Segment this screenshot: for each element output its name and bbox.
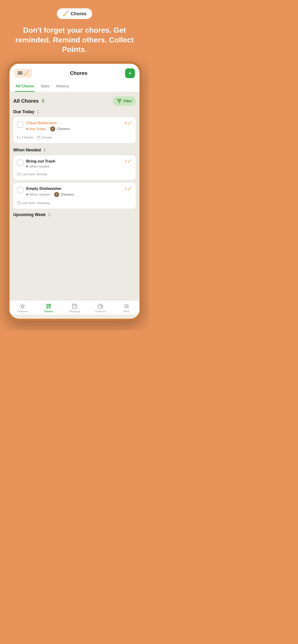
assignee-avatar-clemens-2: C — [54, 192, 59, 197]
due-dot — [26, 128, 28, 130]
chore-meta-dishwasher: When needed | C Clemens — [26, 192, 122, 197]
chore-checkbox-dishwasher[interactable] — [17, 187, 24, 193]
schedule-detail: Sunday — [37, 136, 52, 139]
when-needed-title: When Needed 2 — [13, 148, 136, 152]
chore-name-trash: Bring out Trash — [26, 159, 122, 164]
tab-all-chores[interactable]: All Chores — [15, 82, 35, 92]
tab-stats[interactable]: Stats — [40, 82, 50, 92]
nav-label-shopping: Shopping — [69, 310, 80, 313]
svg-rect-1 — [18, 173, 20, 176]
points-number: 35 — [18, 70, 23, 76]
chore-card-clean-bathroom: Clean Bathroom Due Today | C Clemens — [13, 117, 136, 143]
chore-card-empty-dishwasher: Empty Dishwasher When needed | C Clemens — [13, 183, 136, 209]
recurrence-icon — [17, 136, 21, 139]
svg-rect-0 — [37, 136, 40, 139]
app-badge: 🧹 Chores — [57, 8, 92, 19]
chore-meta-clean-bathroom: Due Today | C Clemens — [26, 126, 122, 132]
due-today-count: 1 — [37, 110, 39, 114]
calendar-icon-trash — [17, 172, 21, 176]
badge-label: Chores — [71, 11, 87, 16]
when-needed-status-trash: When needed — [26, 164, 50, 168]
chore-details-trash: Last done: Monday — [17, 170, 132, 176]
assignee-name-clean-bathroom: Clemens — [57, 127, 70, 131]
all-chores-title: All Chores — [13, 98, 39, 104]
chore-name-dishwasher: Empty Dishwasher — [26, 186, 122, 191]
points-icon-dishwasher: 🧹 — [128, 186, 132, 190]
all-chores-title-group: All Chores 8 — [13, 98, 45, 104]
chore-details-clean-bathroom: 4 Weeks Sunday — [17, 134, 132, 139]
shopping-icon — [72, 304, 77, 309]
chore-details-dishwasher: Last done: Yesterday — [17, 199, 132, 205]
finances-icon — [98, 304, 103, 309]
filter-icon — [117, 98, 122, 104]
recurrence-detail: 4 Weeks — [17, 136, 33, 139]
chore-points-trash: 1 🧹 — [125, 159, 132, 163]
when-needed-section: When Needed 2 Bring out Trash When neede… — [13, 148, 136, 209]
badge-chores-icon: 🧹 — [63, 11, 69, 17]
bottom-nav: Pinboard Chores Shopping — [10, 300, 139, 314]
upcoming-week-section: Upcoming Week 2 — [13, 212, 136, 219]
calendar-icon — [37, 136, 41, 139]
chore-info-clean-bathroom: Clean Bathroom Due Today | C Clemens — [26, 121, 122, 132]
nav-item-finances[interactable]: Finances — [88, 304, 114, 313]
all-chores-section-header: All Chores 8 Filter — [13, 96, 136, 106]
nav-item-chores[interactable]: Chores — [36, 304, 62, 313]
chore-card-bring-out-trash: Bring out Trash When needed 1 🧹 — [13, 155, 136, 180]
content-area: All Chores 8 Filter Due Today 1 — [10, 92, 139, 300]
chore-points-clean-bathroom: 4 🧹 — [125, 121, 132, 125]
add-chore-button[interactable]: + — [125, 68, 135, 78]
when-needed-dot — [26, 166, 28, 168]
due-today-label: Due Today — [26, 127, 46, 131]
nav-label-finances: Finances — [95, 310, 106, 313]
phone-mockup: 35 🧹 Chores + All Chores Stats History — [7, 62, 142, 321]
chore-checkbox-trash[interactable] — [17, 160, 24, 166]
points-badge: 35 🧹 — [14, 68, 32, 78]
chore-checkbox-clean-bathroom[interactable] — [17, 121, 24, 128]
chore-card-top-trash: Bring out Trash When needed 1 🧹 — [17, 159, 132, 168]
when-needed-count: 2 — [43, 148, 46, 152]
filter-button[interactable]: Filter — [113, 96, 136, 106]
nav-label-pinboard: Pinboard — [18, 310, 28, 313]
pinboard-icon — [20, 304, 25, 309]
chore-card-top-dishwasher: Empty Dishwasher When needed | C Clemens — [17, 186, 132, 197]
nav-label-more: More — [123, 310, 129, 313]
chores-nav-icon — [46, 304, 51, 309]
svg-point-3 — [50, 304, 50, 305]
last-done-detail-trash: Last done: Monday — [17, 172, 47, 176]
upcoming-week-title: Upcoming Week 2 — [13, 212, 136, 219]
assignee-avatar-clemens: C — [50, 126, 55, 132]
points-icon-trash: 🧹 — [128, 159, 132, 163]
upcoming-week-count: 2 — [48, 212, 51, 217]
nav-item-more[interactable]: More — [114, 304, 139, 313]
nav-item-shopping[interactable]: Shopping — [62, 304, 88, 313]
chore-info-trash: Bring out Trash When needed — [26, 159, 122, 168]
chore-points-dishwasher: 1 🧹 — [125, 186, 132, 190]
top-badge-area: 🧹 Chores — [0, 0, 149, 21]
last-done-detail-dishwasher: Last done: Yesterday — [17, 201, 50, 205]
when-needed-dot-2 — [26, 194, 28, 196]
chore-card-top: Clean Bathroom Due Today | C Clemens — [17, 121, 132, 132]
due-today-title: Due Today 1 — [13, 110, 136, 114]
when-needed-status-dishwasher: When needed — [26, 193, 50, 196]
chore-meta-trash: When needed — [26, 164, 122, 168]
nav-item-pinboard[interactable]: Pinboard — [10, 304, 36, 313]
bottom-spacer — [0, 321, 149, 330]
svg-rect-2 — [18, 202, 20, 204]
tabs-container: All Chores Stats History — [14, 82, 135, 92]
chore-name-clean-bathroom: Clean Bathroom — [26, 121, 122, 126]
points-icon-clean-bathroom: 🧹 — [128, 121, 132, 125]
all-chores-count: 8 — [42, 98, 44, 104]
more-icon — [124, 304, 129, 309]
due-today-section: Due Today 1 Clean Bathroom Due Today — [13, 110, 136, 143]
phone-inner: 35 🧹 Chores + All Chores Stats History — [10, 64, 139, 319]
page-title: Chores — [70, 70, 88, 76]
calendar-icon-dishwasher — [17, 201, 21, 205]
nav-label-chores: Chores — [44, 310, 53, 313]
tab-history[interactable]: History — [56, 82, 69, 92]
points-icon: 🧹 — [24, 71, 29, 76]
app-header-top: 35 🧹 Chores + — [14, 68, 135, 78]
hero-text: Don't forget your chores. Get reminded. … — [0, 21, 149, 62]
assignee-name-dishwasher: Clemens — [61, 193, 74, 196]
app-header: 35 🧹 Chores + All Chores Stats History — [10, 64, 139, 92]
chore-info-dishwasher: Empty Dishwasher When needed | C Clemens — [26, 186, 122, 197]
